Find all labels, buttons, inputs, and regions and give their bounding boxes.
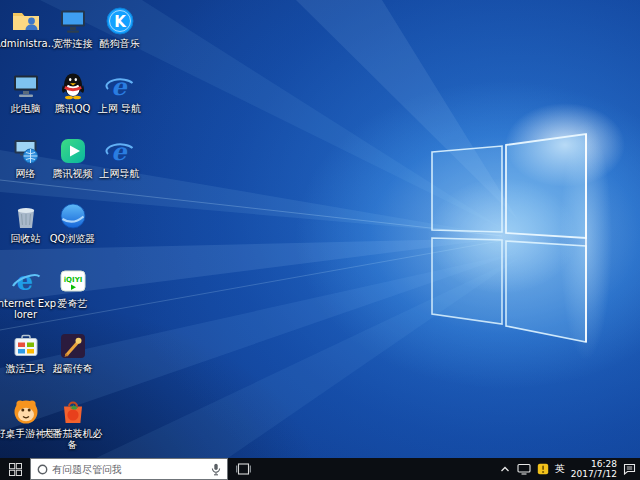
input-method-tray-button[interactable] <box>537 458 549 480</box>
desktop-icon-label: 上网导航 <box>88 168 152 179</box>
game-character-icon <box>58 331 88 361</box>
desktop-icon-label: 大番茄装机必备 <box>41 428 105 450</box>
chevron-up-icon <box>499 464 511 474</box>
svg-text:K: K <box>114 13 127 31</box>
network-status-button[interactable] <box>517 458 531 480</box>
hidden-icons-button[interactable] <box>499 458 511 480</box>
windows-desktop: Administra...宽带连接K酷狗音乐此电脑腾讯QQe上网 导航网络腾讯视… <box>0 0 640 480</box>
tencent-video-play-icon <box>58 136 88 166</box>
desktop-icon-web-navigation-1[interactable]: e上网 导航 <box>96 71 143 114</box>
alert-shield-icon <box>537 463 549 475</box>
svg-text:e: e <box>111 72 128 101</box>
search-input[interactable] <box>52 464 207 475</box>
cortana-circle-icon <box>37 464 48 475</box>
svg-text:e: e <box>111 137 128 166</box>
desktop-icon-label: 超霸传奇 <box>41 363 105 374</box>
cortana-search-box[interactable] <box>30 458 228 480</box>
taskbar-clock[interactable]: 16:28 2017/7/12 <box>571 459 617 479</box>
ime-language-indicator[interactable]: 英 <box>555 458 565 480</box>
notification-icon <box>623 463 636 475</box>
recycle-bin-icon <box>11 201 41 231</box>
computer-monitor-icon <box>11 71 41 101</box>
desktop-icon-big-tomato-essentials[interactable]: 大番茄装机必备 <box>49 396 96 450</box>
svg-text:iQIYI: iQIYI <box>63 276 82 284</box>
action-center-button[interactable] <box>623 458 636 480</box>
desktop-icon-label: QQ浏览器 <box>41 233 105 244</box>
desktop-icon-grid: Administra...宽带连接K酷狗音乐此电脑腾讯QQe上网 导航网络腾讯视… <box>0 0 640 458</box>
microphone-icon[interactable] <box>211 463 221 476</box>
desktop-icon-qq-browser[interactable]: QQ浏览器 <box>49 201 96 244</box>
desktop-icon-web-navigation-2[interactable]: e上网导航 <box>96 136 143 179</box>
desktop-icon-chaoba-legend[interactable]: 超霸传奇 <box>49 331 96 374</box>
network-globe-icon <box>11 136 41 166</box>
qq-penguin-icon <box>58 71 88 101</box>
clock-time: 16:28 <box>571 459 617 469</box>
internet-explorer-e-icon: e <box>11 266 41 296</box>
task-view-button[interactable] <box>228 458 258 480</box>
task-view-icon <box>236 463 251 475</box>
start-button[interactable] <box>0 458 30 480</box>
network-icon <box>517 463 531 475</box>
kugou-music-icon: K <box>105 6 135 36</box>
desktop-icon-internet-explorer[interactable]: eInternet Explorer <box>2 266 49 320</box>
orange-monkey-icon <box>11 396 41 426</box>
activation-toolbox-icon <box>11 331 41 361</box>
windows-logo-icon <box>9 463 22 476</box>
qq-browser-globe-icon <box>58 201 88 231</box>
iqiyi-logo-icon: iQIYI <box>58 266 88 296</box>
desktop-icon-kugou-music[interactable]: K酷狗音乐 <box>96 6 143 49</box>
clock-date: 2017/7/12 <box>571 469 617 479</box>
taskbar: 英 16:28 2017/7/12 <box>0 458 640 480</box>
broadband-monitor-icon <box>58 6 88 36</box>
desktop-icon-label: 酷狗音乐 <box>88 38 152 49</box>
tomato-bag-icon <box>58 396 88 426</box>
user-folder-icon <box>11 6 41 36</box>
desktop-icon-label: 上网 导航 <box>88 103 152 114</box>
ie-blue-e-icon: e <box>105 71 135 101</box>
desktop-icon-iqiyi[interactable]: iQIYI爱奇艺 <box>49 266 96 309</box>
system-tray: 英 16:28 2017/7/12 <box>499 458 640 480</box>
ie-blue-e-icon: e <box>105 136 135 166</box>
desktop-icon-label: 爱奇艺 <box>41 298 105 309</box>
